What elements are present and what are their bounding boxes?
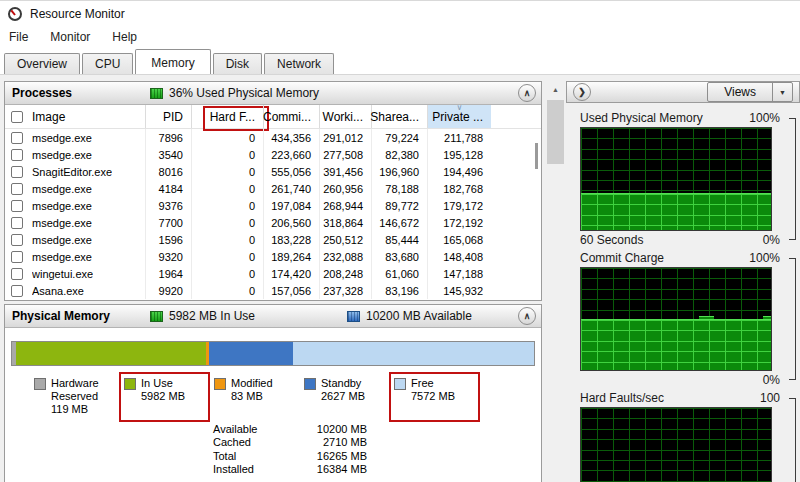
collapse-processes-button[interactable]: ∧	[518, 84, 536, 102]
column-spacer	[491, 105, 541, 128]
stat-value: 16384 MB	[293, 463, 367, 476]
scrollbar-up-arrow-icon[interactable]: ▲	[547, 81, 564, 98]
process-working-set: 391,456	[319, 163, 371, 180]
tab-overview[interactable]: Overview	[4, 53, 80, 74]
row-checkbox[interactable]	[11, 183, 23, 195]
column-header-pid[interactable]: PID	[145, 105, 191, 128]
process-private: 179,172	[427, 197, 491, 214]
memory-bar-segment-standby	[209, 342, 293, 365]
tab-memory[interactable]: Memory	[135, 49, 210, 74]
scrollbar-thumb[interactable]	[547, 100, 564, 164]
column-header-commit[interactable]: Commi...	[263, 105, 319, 128]
row-checkbox[interactable]	[11, 268, 23, 280]
legend-label: In Use	[141, 377, 185, 390]
select-all-checkbox[interactable]	[11, 111, 23, 123]
physical-memory-title: Physical Memory	[12, 309, 150, 323]
process-row[interactable]: msedge.exe 4184 0 261,740 260,956 78,188…	[5, 180, 541, 197]
collapse-physical-memory-button[interactable]: ∧	[518, 307, 536, 325]
process-hard-faults: 0	[191, 248, 263, 265]
commit-charge-graph	[580, 267, 772, 371]
process-commit: 183,228	[263, 231, 319, 248]
menu-monitor[interactable]: Monitor	[50, 30, 90, 44]
row-checkbox[interactable]	[11, 149, 23, 161]
process-row[interactable]: msedge.exe 7896 0 434,356 291,012 79,224…	[5, 129, 541, 146]
process-image-name: msedge.exe	[32, 234, 92, 246]
process-row[interactable]: msedge.exe 9376 0 197,084 268,944 89,772…	[5, 197, 541, 214]
process-working-set: 277,508	[319, 146, 371, 163]
process-row[interactable]: msedge.exe 9320 0 189,264 232,088 83,680…	[5, 248, 541, 265]
process-row[interactable]: SnagitEditor.exe 8016 0 555,056 391,456 …	[5, 163, 541, 180]
row-checkbox[interactable]	[11, 217, 23, 229]
process-working-set: 291,012	[319, 129, 371, 146]
legend-value: 7572 MB	[411, 390, 455, 403]
in-use-meter-icon	[150, 311, 163, 322]
process-shareable: 196,960	[371, 163, 427, 180]
collapse-graphs-button[interactable]: ❯	[573, 83, 591, 101]
row-checkbox[interactable]	[11, 285, 23, 297]
tab-disk[interactable]: Disk	[213, 53, 262, 74]
process-row[interactable]: Asana.exe 9920 0 157,056 237,328 83,196 …	[5, 282, 541, 299]
column-header-private[interactable]: ∨ Private ...	[427, 105, 491, 128]
legend-value: 119 MB	[51, 403, 124, 416]
tab-network[interactable]: Network	[264, 53, 334, 74]
row-checkbox[interactable]	[11, 234, 23, 246]
views-dropdown-arrow-icon[interactable]: ▼	[772, 83, 792, 101]
process-row[interactable]: msedge.exe 7700 0 206,560 318,864 146,67…	[5, 214, 541, 231]
stat-value: 2710 MB	[293, 436, 367, 449]
processes-title: Processes	[12, 86, 150, 100]
process-image-name: msedge.exe	[32, 132, 92, 144]
available-status: 10200 MB Available	[366, 309, 472, 323]
process-image-name: msedge.exe	[32, 200, 92, 212]
processes-header: Processes 36% Used Physical Memory ∧	[5, 82, 541, 105]
column-header-shareable[interactable]: Sharea...	[371, 105, 427, 128]
process-list-scrollbar-thumb[interactable]	[535, 143, 538, 169]
process-image-name: msedge.exe	[32, 251, 92, 263]
process-private: 145,932	[427, 282, 491, 299]
legend-item-modified: Modified 83 MB	[214, 377, 304, 416]
process-image-name: msedge.exe	[32, 149, 92, 161]
process-working-set: 232,088	[319, 248, 371, 265]
process-working-set: 208,248	[319, 265, 371, 282]
process-shareable: 89,772	[371, 197, 427, 214]
process-hard-faults: 0	[191, 214, 263, 231]
process-row[interactable]: wingetui.exe 1964 0 174,420 208,248 61,0…	[5, 265, 541, 282]
vertical-scrollbar[interactable]: ▲	[547, 81, 564, 482]
process-row[interactable]: msedge.exe 1596 0 183,228 250,512 85,444…	[5, 231, 541, 248]
menu-help[interactable]: Help	[112, 30, 137, 44]
chart-min-label: 0%	[763, 233, 780, 247]
views-button[interactable]: Views ▼	[707, 82, 793, 102]
column-header-working-set[interactable]: Worki...	[319, 105, 371, 128]
process-pid: 8016	[145, 163, 191, 180]
scale-bracket	[789, 398, 796, 482]
legend-item-free: Free 7572 MB	[394, 377, 484, 416]
graph-fill	[581, 319, 771, 370]
legend-swatch-modified	[214, 378, 226, 390]
menu-file[interactable]: File	[9, 30, 28, 44]
column-header-image[interactable]: Image	[5, 105, 145, 128]
resource-monitor-icon	[8, 7, 22, 21]
row-checkbox[interactable]	[11, 251, 23, 263]
row-checkbox[interactable]	[11, 166, 23, 178]
tab-cpu[interactable]: CPU	[82, 53, 133, 74]
column-header-hard-faults[interactable]: Hard F...	[191, 105, 263, 128]
stat-label: Installed	[213, 463, 293, 476]
in-use-status: 5982 MB In Use	[169, 309, 327, 323]
legend-value: 83 MB	[231, 390, 273, 403]
process-private: 172,192	[427, 214, 491, 231]
row-checkbox[interactable]	[11, 132, 23, 144]
graphs-panel-header: ❯ Views ▼	[566, 81, 800, 103]
process-working-set: 260,956	[319, 180, 371, 197]
process-commit: 206,560	[263, 214, 319, 231]
legend-value: 5982 MB	[141, 390, 185, 403]
row-checkbox[interactable]	[11, 200, 23, 212]
memory-bar	[11, 341, 535, 366]
process-row[interactable]: msedge.exe 3540 0 223,660 277,508 82,380…	[5, 146, 541, 163]
legend-swatch-hardware-reserved	[34, 378, 46, 390]
graphs-panel: ❯ Views ▼ Used Physical Memory 100%	[566, 81, 800, 482]
chart-max-label: 100%	[749, 111, 780, 125]
process-hard-faults: 0	[191, 265, 263, 282]
memory-stats: Available 10200 MB Cached 2710 MB Total …	[213, 423, 541, 477]
used-physical-memory-graph	[580, 127, 772, 231]
hard-faults-graph	[580, 407, 772, 482]
process-hard-faults: 0	[191, 180, 263, 197]
